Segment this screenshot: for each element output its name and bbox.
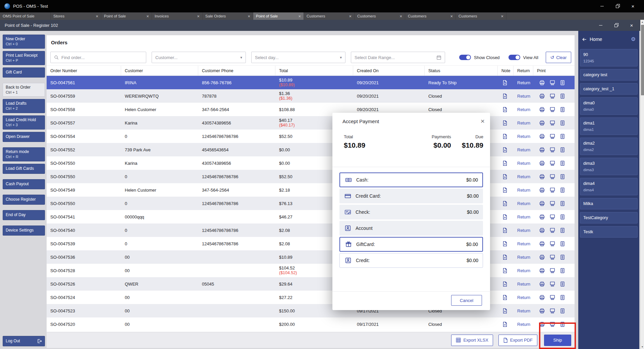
return-link[interactable]: Return bbox=[517, 80, 530, 85]
back-arrow-icon[interactable] bbox=[582, 37, 587, 42]
print-receipt-icon[interactable] bbox=[539, 80, 545, 86]
scrollbar-thumb[interactable] bbox=[641, 25, 644, 95]
column-header-customer[interactable]: Customer bbox=[121, 66, 198, 76]
return-link[interactable]: Return bbox=[517, 120, 530, 126]
sidebar-button[interactable]: Print Last Receipt Ctrl + P bbox=[3, 51, 45, 65]
print-receipt-icon[interactable] bbox=[539, 308, 545, 314]
day-select[interactable]: Select day... ▾ bbox=[251, 52, 345, 63]
clear-filters-button[interactable]: ↺ Clear bbox=[546, 52, 571, 63]
print-receipt-icon[interactable] bbox=[539, 160, 545, 166]
table-row[interactable]: SO-0047557 Karina 430574389656 $40.17 ($… bbox=[47, 116, 575, 130]
tab[interactable]: Point of Sale × bbox=[253, 12, 304, 20]
note-icon[interactable] bbox=[502, 134, 508, 139]
print-journal-icon[interactable] bbox=[560, 134, 565, 139]
return-link[interactable]: Return bbox=[517, 255, 530, 260]
tab[interactable]: OMS Point of Sale × bbox=[0, 12, 51, 20]
print-receipt-icon[interactable] bbox=[539, 321, 545, 327]
print-journal-icon[interactable] bbox=[560, 295, 565, 300]
minimize-button[interactable] bbox=[594, 0, 610, 12]
note-icon[interactable] bbox=[502, 187, 508, 193]
show-closed-toggle[interactable] bbox=[459, 55, 471, 60]
close-button[interactable]: × bbox=[625, 0, 641, 12]
print-journal-icon[interactable] bbox=[560, 321, 565, 327]
cancel-button[interactable]: Cancel bbox=[451, 295, 482, 306]
table-row[interactable]: SO-0047561 IRINA 856-768-76786 $10.89 ($… bbox=[47, 76, 575, 89]
note-icon[interactable] bbox=[502, 120, 508, 126]
print-invoice-icon[interactable] bbox=[549, 107, 555, 112]
sidebar-button[interactable]: End of Day bbox=[3, 210, 45, 220]
return-link[interactable]: Return bbox=[517, 188, 530, 193]
note-icon[interactable] bbox=[502, 80, 508, 86]
print-invoice-icon[interactable] bbox=[549, 187, 555, 193]
return-link[interactable]: Return bbox=[517, 134, 530, 139]
view-all-toggle[interactable] bbox=[508, 55, 520, 60]
sidebar-button[interactable]: New Order Ctrl + 0 bbox=[3, 35, 45, 49]
print-receipt-icon[interactable] bbox=[539, 201, 545, 206]
print-journal-icon[interactable] bbox=[560, 308, 565, 314]
table-row[interactable]: SO-0047550 0 124546786786786 $52.50 bbox=[47, 170, 575, 183]
sidebar-button[interactable]: Load Credit Hold Ctrl + 3 bbox=[3, 115, 45, 130]
print-receipt-icon[interactable] bbox=[539, 228, 545, 233]
category-card[interactable]: TestCategory bbox=[580, 212, 638, 223]
note-icon[interactable] bbox=[502, 228, 508, 233]
category-card[interactable]: category test bbox=[580, 69, 638, 81]
export-xlsx-button[interactable]: Export XLSX bbox=[451, 335, 493, 346]
print-journal-icon[interactable] bbox=[560, 228, 565, 233]
tab[interactable]: Customers × bbox=[405, 12, 456, 20]
return-link[interactable]: Return bbox=[517, 282, 530, 287]
note-icon[interactable] bbox=[502, 93, 508, 99]
print-invoice-icon[interactable] bbox=[549, 134, 555, 139]
note-icon[interactable] bbox=[502, 241, 508, 247]
print-invoice-icon[interactable] bbox=[549, 241, 555, 247]
return-link[interactable]: Return bbox=[517, 161, 530, 166]
category-card[interactable]: dima4 dima4 bbox=[580, 178, 638, 195]
sidebar-button[interactable]: Load Drafts Ctrl + 2 bbox=[3, 99, 45, 113]
find-order-input[interactable] bbox=[61, 55, 143, 60]
print-journal-icon[interactable] bbox=[560, 268, 565, 273]
print-journal-icon[interactable] bbox=[560, 254, 565, 260]
return-link[interactable]: Return bbox=[517, 228, 530, 233]
sidebar-button[interactable]: Cash Payout bbox=[3, 179, 45, 189]
print-invoice-icon[interactable] bbox=[549, 80, 555, 86]
note-icon[interactable] bbox=[502, 107, 508, 112]
print-journal-icon[interactable] bbox=[560, 107, 565, 112]
note-icon[interactable] bbox=[502, 308, 508, 314]
note-icon[interactable] bbox=[502, 254, 508, 260]
print-receipt-icon[interactable] bbox=[539, 93, 545, 99]
print-journal-icon[interactable] bbox=[560, 93, 565, 99]
return-link[interactable]: Return bbox=[517, 107, 530, 112]
return-link[interactable]: Return bbox=[517, 241, 530, 246]
table-row[interactable]: SO-0047549 Helen Customer 347-564-2564 $… bbox=[47, 183, 575, 197]
print-journal-icon[interactable] bbox=[560, 174, 565, 180]
print-journal-icon[interactable] bbox=[560, 241, 565, 247]
tab-close-icon[interactable]: × bbox=[450, 14, 453, 18]
print-receipt-icon[interactable] bbox=[539, 295, 545, 300]
column-header-customer-phone[interactable]: Customer Phone bbox=[198, 66, 275, 76]
print-receipt-icon[interactable] bbox=[539, 174, 545, 180]
sidebar-button[interactable]: Choose Register bbox=[3, 195, 45, 205]
tab[interactable]: Customers × bbox=[355, 12, 405, 20]
print-invoice-icon[interactable] bbox=[549, 254, 555, 260]
print-invoice-icon[interactable] bbox=[549, 201, 555, 206]
print-invoice-icon[interactable] bbox=[549, 321, 555, 327]
table-row[interactable]: SO-0047540 0 124546786786786 $2.08 bbox=[47, 223, 575, 237]
print-invoice-icon[interactable] bbox=[549, 120, 555, 126]
scroll-up-arrow-icon[interactable]: ▲ bbox=[641, 20, 644, 24]
category-card[interactable]: category_test _1 bbox=[580, 83, 638, 95]
return-link[interactable]: Return bbox=[517, 322, 530, 327]
category-card[interactable]: dima3 dima3 bbox=[580, 158, 638, 175]
table-row[interactable]: SO-0047536 00 $10.89 bbox=[47, 250, 575, 264]
register-restore-button[interactable] bbox=[608, 20, 624, 31]
category-card[interactable]: 90 12345 bbox=[580, 49, 638, 66]
print-journal-icon[interactable] bbox=[560, 187, 565, 193]
column-header-created-on[interactable]: Created On bbox=[353, 66, 425, 76]
column-header-order-number[interactable]: Order Number bbox=[47, 66, 121, 76]
category-card[interactable]: dima0 dima0 bbox=[580, 97, 638, 115]
sidebar-button[interactable]: Gift Card bbox=[3, 67, 45, 78]
tab-close-icon[interactable]: × bbox=[146, 14, 149, 18]
note-icon[interactable] bbox=[502, 321, 508, 327]
tab-close-icon[interactable]: × bbox=[96, 14, 98, 18]
print-invoice-icon[interactable] bbox=[549, 160, 555, 166]
table-row[interactable]: SO-0047550 Karina 430574389656 $0.00 bbox=[47, 156, 575, 170]
category-card[interactable]: Milka bbox=[580, 198, 638, 209]
